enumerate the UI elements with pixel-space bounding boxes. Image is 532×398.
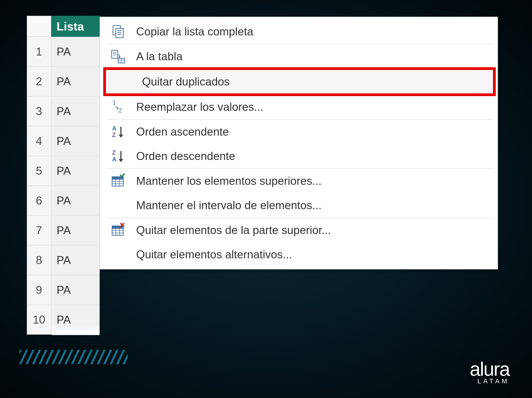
row-number-cell: 5	[27, 156, 51, 186]
data-cell[interactable]: PA	[51, 126, 100, 156]
menu-item-remove-alternate[interactable]: Quitar elementos alternativos...	[100, 242, 498, 267]
menu-item-keep-top[interactable]: Mantener los elementos superiores...	[100, 169, 498, 193]
menu-item-replace-values[interactable]: 1 2 Reemplazar los valores...	[100, 95, 498, 119]
menu-item-sort-ascending[interactable]: A Z Orden ascendente	[100, 120, 498, 144]
svg-text:Z: Z	[112, 131, 116, 138]
row-number-cell: 3	[27, 96, 51, 126]
row-number-cell: 1	[27, 37, 51, 66]
data-cell[interactable]: PA	[51, 305, 100, 335]
table-row[interactable]: 1 PA	[27, 37, 100, 66]
svg-marker-14	[117, 108, 119, 110]
menu-item-label: Orden ascendente	[136, 125, 229, 138]
table-header-row: Lista	[27, 16, 100, 37]
table-row[interactable]: 3 PA	[27, 96, 100, 126]
menu-item-remove-duplicates[interactable]: Quitar duplicados	[103, 67, 496, 96]
svg-rect-5	[112, 50, 118, 58]
menu-item-label: A la tabla	[136, 50, 183, 63]
menu-item-to-table[interactable]: A la tabla	[100, 44, 498, 69]
data-table: Lista 1 PA 2 PA 3 PA 4 PA 5 PA 6 PA 7 PA	[27, 16, 100, 335]
row-number-cell: 4	[27, 126, 51, 156]
menu-item-keep-range[interactable]: Mantener el intervalo de elementos...	[100, 193, 498, 217]
replace-values-icon: 1 2	[100, 99, 136, 114]
menu-item-copy-list[interactable]: Copiar la lista completa	[100, 20, 498, 44]
row-number-cell: 9	[27, 275, 51, 305]
data-cell[interactable]: PA	[51, 245, 100, 275]
menu-item-label: Reemplazar los valores...	[136, 100, 263, 113]
data-cell[interactable]: PA	[51, 186, 100, 215]
svg-text:Z: Z	[112, 149, 116, 156]
row-number-cell: 2	[27, 66, 51, 96]
table-corner-cell[interactable]	[27, 16, 51, 37]
menu-item-label: Quitar duplicados	[142, 75, 230, 88]
context-menu: Copiar la lista completa A la tabla	[100, 17, 498, 269]
menu-item-label: Mantener los elementos superiores...	[136, 174, 322, 188]
data-cell[interactable]: PA	[51, 275, 100, 305]
svg-rect-1	[116, 28, 123, 38]
remove-top-rows-icon	[100, 223, 136, 238]
sort-desc-icon: Z A	[100, 149, 136, 163]
menu-item-label: Quitar elementos alternativos...	[136, 248, 292, 261]
table-row[interactable]: 6 PA	[27, 186, 100, 215]
column-header-lista[interactable]: Lista	[51, 16, 100, 37]
data-cell[interactable]: PA	[51, 215, 100, 245]
decorative-hatch-pattern	[19, 350, 128, 364]
menu-item-remove-top[interactable]: Quitar elementos de la parte superior...	[100, 218, 498, 242]
svg-text:A: A	[112, 125, 116, 132]
to-table-icon	[100, 49, 136, 64]
copy-icon	[100, 24, 136, 39]
table-row[interactable]: 7 PA	[27, 215, 100, 245]
table-row[interactable]: 10 PA	[27, 305, 100, 335]
svg-text:2: 2	[119, 107, 122, 114]
brand-logo: alura LATAM	[470, 361, 509, 385]
brand-name: alura	[470, 361, 509, 377]
data-cell[interactable]: PA	[51, 37, 100, 66]
menu-item-label: Mantener el intervalo de elementos...	[136, 199, 322, 212]
sort-asc-icon: A Z	[100, 124, 136, 139]
data-cell[interactable]: PA	[51, 66, 100, 96]
row-number-cell: 6	[27, 186, 51, 215]
row-number-cell: 7	[27, 215, 51, 245]
svg-marker-23	[119, 159, 123, 162]
table-row[interactable]: 4 PA	[27, 126, 100, 156]
screenshot-content: Lista 1 PA 2 PA 3 PA 4 PA 5 PA 6 PA 7 PA	[27, 16, 498, 335]
table-row[interactable]: 9 PA	[27, 275, 100, 305]
svg-marker-19	[119, 134, 123, 138]
row-number-cell: 8	[27, 245, 51, 275]
svg-text:A: A	[112, 156, 116, 163]
menu-item-label: Quitar elementos de la parte superior...	[136, 224, 331, 237]
data-cell[interactable]: PA	[51, 96, 100, 126]
menu-item-label: Orden descendente	[136, 150, 235, 163]
table-row[interactable]: 5 PA	[27, 156, 100, 186]
table-row[interactable]: 8 PA	[27, 245, 100, 275]
table-row[interactable]: 2 PA	[27, 66, 100, 96]
keep-top-rows-icon	[100, 174, 136, 188]
svg-text:1: 1	[113, 99, 116, 106]
data-cell[interactable]: PA	[51, 156, 100, 186]
menu-item-label: Copiar la lista completa	[136, 25, 253, 38]
menu-item-sort-descending[interactable]: Z A Orden descendente	[100, 144, 498, 168]
row-number-cell: 10	[27, 305, 51, 335]
